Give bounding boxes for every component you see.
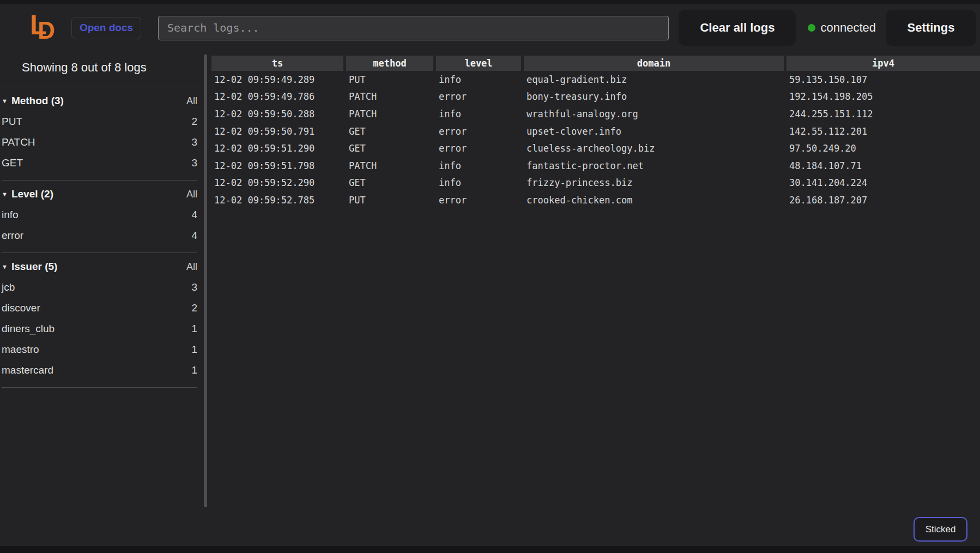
cell-method: PATCH: [346, 160, 433, 171]
cell-ts: 12-02 09:59:51.290: [211, 143, 343, 154]
sidebar-resize-handle[interactable]: [204, 55, 207, 507]
cell-level: error: [436, 91, 521, 102]
cell-domain: fantastic-proctor.net: [524, 160, 784, 171]
filter-items: jcb 3 discover 2 diners_club 1 maestro 1…: [2, 277, 197, 381]
filter-item-count: 4: [191, 230, 197, 242]
cell-method: PUT: [346, 74, 433, 85]
search-input[interactable]: [158, 16, 669, 40]
filter-section-header: ▼ Issuer (5) All: [2, 256, 197, 277]
cell-ipv4: 97.50.249.20: [787, 143, 980, 154]
cell-method: PATCH: [346, 109, 433, 119]
filter-item-count: 3: [191, 281, 197, 293]
chevron-down-icon[interactable]: ▼: [2, 263, 8, 270]
chevron-down-icon[interactable]: ▼: [2, 191, 8, 197]
cell-level: info: [436, 74, 521, 85]
filter-section: ▼ Method (3) All PUT 2 PATCH 3 GET 3: [2, 87, 197, 181]
filter-item-count: 4: [191, 209, 197, 221]
table-row[interactable]: 12-02 09:59:50.791 GET error upset-clove…: [211, 123, 980, 140]
filter-section-title: Method (3): [11, 95, 64, 107]
table-row[interactable]: 12-02 09:59:50.288 PATCH info wrathful-a…: [211, 105, 980, 123]
cell-level: info: [436, 160, 521, 171]
cell-ipv4: 244.255.151.112: [787, 109, 980, 119]
log-viewer-app: L D Open docs Clear all logs connected S…: [0, 0, 980, 553]
column-header-domain[interactable]: domain: [524, 56, 784, 71]
filter-item-label: GET: [2, 157, 23, 169]
chevron-down-icon[interactable]: ▼: [2, 98, 8, 104]
filter-items: info 4 error 4: [2, 205, 197, 246]
filter-items: PUT 2 PATCH 3 GET 3: [2, 111, 197, 173]
filter-section-title: Issuer (5): [11, 261, 57, 273]
cell-domain: equal-gradient.biz: [524, 74, 784, 85]
filter-item-label: info: [2, 209, 19, 221]
filter-item-count: 1: [191, 344, 197, 356]
log-table: ts method level domain ipv4 12-02 09:59:…: [207, 52, 980, 546]
column-header-level[interactable]: level: [436, 56, 521, 71]
cell-ipv4: 48.184.107.71: [787, 160, 980, 171]
column-header-ts[interactable]: ts: [211, 56, 343, 71]
cell-ipv4: 59.135.150.107: [787, 74, 980, 85]
table-row[interactable]: 12-02 09:59:49.786 PATCH error bony-trea…: [211, 88, 980, 106]
cell-domain: bony-treasury.info: [524, 91, 784, 102]
filter-select-all[interactable]: All: [186, 95, 197, 107]
cell-ts: 12-02 09:59:52.785: [211, 195, 343, 206]
open-docs-button[interactable]: Open docs: [71, 17, 141, 39]
filter-item[interactable]: PATCH 3: [2, 132, 197, 153]
filter-item-label: diners_club: [2, 323, 55, 335]
table-row[interactable]: 12-02 09:59:52.785 PUT error crooked-chi…: [211, 191, 980, 209]
filter-item-count: 2: [191, 116, 197, 128]
cell-ts: 12-02 09:59:51.798: [211, 160, 343, 171]
cell-ts: 12-02 09:59:49.289: [211, 74, 343, 85]
filter-item-label: mastercard: [2, 364, 53, 376]
connected-dot-icon: [808, 24, 815, 32]
table-body: 12-02 09:59:49.289 PUT info equal-gradie…: [211, 71, 980, 209]
content-area: Showing 8 out of 8 logs ▼ Method (3) All…: [0, 52, 980, 546]
table-row[interactable]: 12-02 09:59:51.798 PATCH info fantastic-…: [211, 157, 980, 175]
cell-domain: upset-clover.info: [524, 126, 784, 137]
filter-item[interactable]: maestro 1: [2, 339, 197, 360]
filter-item[interactable]: mastercard 1: [2, 360, 197, 381]
filter-section-title: Level (2): [11, 188, 53, 200]
sticked-toggle-button[interactable]: Sticked: [914, 517, 967, 542]
cell-level: error: [436, 126, 521, 137]
filter-item-label: jcb: [2, 281, 15, 293]
filter-select-all[interactable]: All: [186, 261, 197, 273]
filter-item[interactable]: diners_club 1: [2, 318, 197, 339]
filter-section: ▼ Level (2) All info 4 error 4: [2, 181, 197, 253]
table-header-row: ts method level domain ipv4: [211, 56, 980, 71]
cell-level: info: [436, 177, 521, 188]
filter-item[interactable]: error 4: [2, 225, 197, 246]
cell-method: PATCH: [346, 91, 433, 102]
cell-ts: 12-02 09:59:49.786: [211, 91, 343, 102]
connection-status: connected: [808, 21, 876, 35]
table-row[interactable]: 12-02 09:59:49.289 PUT info equal-gradie…: [211, 71, 980, 88]
filter-item-label: maestro: [2, 344, 39, 356]
table-row[interactable]: 12-02 09:59:51.290 GET error clueless-ar…: [211, 140, 980, 157]
column-header-ipv4[interactable]: ipv4: [787, 56, 980, 71]
filter-select-all[interactable]: All: [186, 189, 197, 200]
bottom-window-strip: [0, 546, 980, 553]
cell-ts: 12-02 09:59:50.288: [211, 109, 343, 119]
filter-item[interactable]: jcb 3: [2, 277, 197, 298]
settings-button[interactable]: Settings: [886, 10, 976, 46]
filter-item[interactable]: PUT 2: [2, 111, 197, 132]
filter-item[interactable]: GET 3: [2, 153, 197, 173]
cell-ts: 12-02 09:59:50.791: [211, 126, 343, 137]
filter-item-label: discover: [2, 302, 40, 314]
top-window-strip: [0, 0, 980, 4]
cell-method: GET: [346, 143, 433, 154]
cell-domain: clueless-archeology.biz: [524, 143, 784, 154]
cell-domain: wrathful-analogy.org: [524, 109, 784, 119]
column-header-method[interactable]: method: [346, 56, 433, 71]
cell-ts: 12-02 09:59:52.290: [211, 177, 343, 188]
clear-all-logs-button[interactable]: Clear all logs: [679, 10, 796, 46]
filter-section-header: ▼ Method (3) All: [2, 91, 197, 111]
cell-domain: crooked-chicken.com: [524, 195, 784, 206]
cell-domain: frizzy-princess.biz: [524, 177, 784, 188]
filter-item[interactable]: info 4: [2, 205, 197, 225]
filter-item-label: PATCH: [2, 136, 35, 148]
logs-count-summary: Showing 8 out of 8 logs: [2, 52, 197, 87]
filter-section-header: ▼ Level (2) All: [2, 184, 197, 205]
cell-method: GET: [346, 177, 433, 188]
filter-item[interactable]: discover 2: [2, 298, 197, 318]
table-row[interactable]: 12-02 09:59:52.290 GET info frizzy-princ…: [211, 175, 980, 192]
